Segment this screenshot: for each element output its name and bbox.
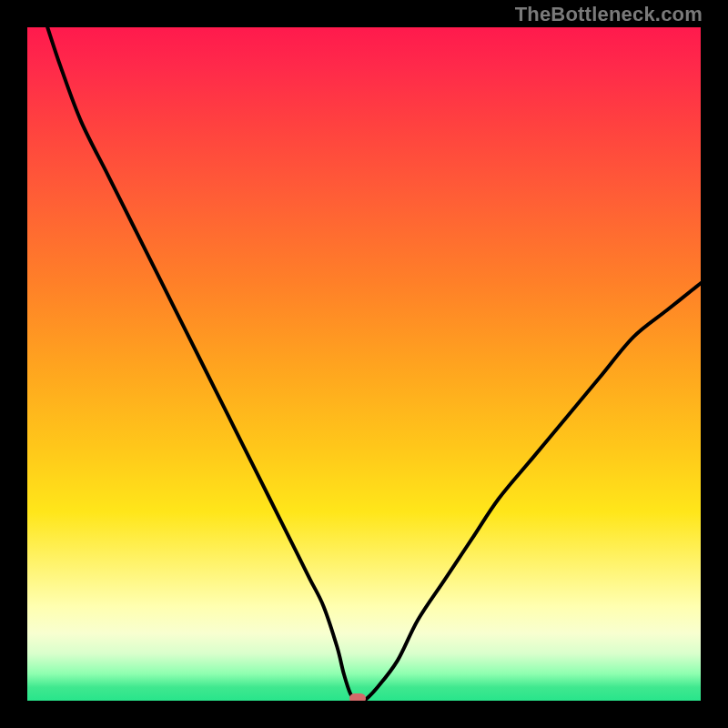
watermark-text: TheBottleneck.com [515,3,703,26]
optimal-point-marker [349,693,366,701]
plot-area [27,27,701,701]
chart-frame: TheBottleneck.com [0,0,728,728]
bottleneck-curve [27,27,701,701]
